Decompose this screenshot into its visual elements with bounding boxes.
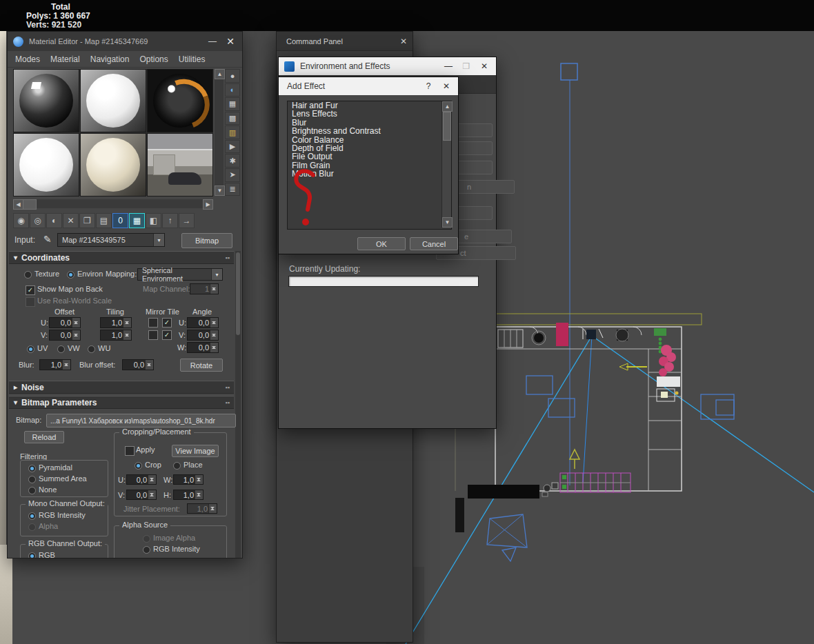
u-angle-field[interactable]: 0,0 <box>187 317 219 328</box>
use-real-world-scale-checkbox[interactable] <box>26 297 35 307</box>
sample-type-sphere-icon[interactable]: ● <box>225 69 240 83</box>
sample-slot[interactable] <box>80 133 146 197</box>
environment-minimize-button[interactable]: — <box>439 59 457 73</box>
mapping-dropdown[interactable]: Spherical Environment ▾ <box>137 268 223 281</box>
alpha-rgb-intensity-radio[interactable] <box>143 546 150 554</box>
rgb-radio[interactable] <box>28 552 36 559</box>
go-to-parent-icon[interactable]: ↑ <box>162 213 178 228</box>
get-material-icon[interactable]: ◉ <box>13 213 29 228</box>
sample-uv-tiling-icon[interactable]: ▩ <box>225 112 240 125</box>
rollout-pin-icon[interactable]: ▪▪ <box>226 384 230 391</box>
command-panel-close-button[interactable]: ✕ <box>395 34 413 48</box>
scroll-thumb[interactable] <box>236 252 240 335</box>
material-map-navigator-icon[interactable]: ≣ <box>225 183 240 197</box>
alpha-radio[interactable] <box>28 523 36 531</box>
blur-field[interactable]: 1,0 <box>39 359 71 370</box>
effect-list-item[interactable]: Lens Effects <box>288 110 451 118</box>
map-channel-field[interactable]: 1 <box>190 283 219 294</box>
sample-slot[interactable] <box>147 69 213 132</box>
none-radio[interactable] <box>28 487 36 494</box>
rollout-pin-icon[interactable]: ▪▪ <box>226 399 230 406</box>
environ-radio[interactable] <box>67 271 75 279</box>
u-tiling-field[interactable]: 1,0 <box>100 317 132 328</box>
w-angle-field[interactable]: 0,0 <box>187 342 219 353</box>
map-selector-dropdown[interactable]: Map #2145349575 ▾ <box>57 233 165 247</box>
reset-map-icon[interactable]: ✕ <box>63 213 79 228</box>
scroll-down-icon[interactable]: ▼ <box>442 217 453 228</box>
add-effect-dialog[interactable]: Add Effect ? ✕ Hair and Fur Lens Effects… <box>278 77 459 254</box>
view-image-button[interactable]: View Image <box>172 445 219 457</box>
bitmap-path-button[interactable]: ...a Funny\1 Хабаровск из\maps\autoshop_… <box>46 414 236 427</box>
bitmap-type-button[interactable]: Bitmap <box>181 233 232 248</box>
make-unique-icon[interactable]: ❐ <box>79 213 95 228</box>
go-forward-sibling-icon[interactable]: → <box>179 213 195 228</box>
v-angle-field[interactable]: 0,0 <box>187 330 219 341</box>
menu-options[interactable]: Options <box>139 54 168 64</box>
v-tiling-field[interactable]: 1,0 <box>100 330 132 341</box>
effect-list-scrollbar[interactable]: ▲ ▼ <box>441 101 451 228</box>
scroll-thumb[interactable] <box>23 199 37 210</box>
menu-material[interactable]: Material <box>50 54 80 64</box>
u-offset-field[interactable]: 0,0 <box>49 317 81 328</box>
rollout-coordinates-header[interactable]: ▾ Coordinates ▪▪ <box>9 251 234 264</box>
make-preview-icon[interactable]: ▶ <box>225 140 240 154</box>
add-effect-titlebar[interactable]: Add Effect ? ✕ <box>279 77 458 95</box>
crop-radio[interactable] <box>135 462 142 470</box>
palette-hscrollbar[interactable]: ◀ ▶ <box>13 199 213 208</box>
apply-checkbox[interactable] <box>125 446 135 456</box>
scroll-right-icon[interactable]: ▶ <box>203 199 213 210</box>
scroll-up-icon[interactable]: ▲ <box>442 101 453 112</box>
environment-close-button[interactable]: ✕ <box>475 59 493 73</box>
crop-w-field[interactable]: 1,0 <box>173 474 204 485</box>
crop-u-field[interactable]: 0,0 <box>126 474 157 485</box>
crop-v-field[interactable]: 0,0 <box>126 490 157 500</box>
material-editor-window[interactable]: Material Editor - Map #2145347669 — ✕ Mo… <box>7 31 243 559</box>
menu-modes[interactable]: Modes <box>15 54 40 64</box>
cancel-button[interactable]: Cancel <box>410 237 458 250</box>
sample-slot[interactable] <box>13 69 79 132</box>
wu-radio[interactable] <box>88 345 95 353</box>
menu-utilities[interactable]: Utilities <box>179 54 206 64</box>
put-to-scene-icon[interactable]: ◎ <box>30 213 46 228</box>
command-panel-titlebar[interactable]: Command Panel ✕ <box>277 32 413 51</box>
rollout-scrollbar[interactable] <box>235 251 241 558</box>
vw-radio[interactable] <box>57 345 65 353</box>
pyramidal-radio[interactable] <box>28 465 36 472</box>
material-editor-minimize-button[interactable]: — <box>204 34 221 48</box>
assign-to-selection-icon[interactable]: ◐ <box>46 213 62 228</box>
environment-titlebar[interactable]: Environment and Effects — ❒ ✕ <box>279 57 496 75</box>
ok-button[interactable]: OK <box>357 237 406 250</box>
sample-slot[interactable] <box>13 133 79 197</box>
material-id-icon[interactable]: 0 <box>112 213 128 228</box>
sample-slot[interactable] <box>147 133 213 197</box>
image-alpha-radio[interactable] <box>143 535 150 543</box>
show-end-result-icon[interactable]: ◧ <box>146 213 161 228</box>
summed-area-radio[interactable] <box>28 476 36 483</box>
rollout-bitmap-parameters-header[interactable]: ▾ Bitmap Parameters ▪▪ <box>9 396 234 409</box>
crop-h-field[interactable]: 1,0 <box>173 490 204 500</box>
texture-radio[interactable] <box>24 271 32 279</box>
options-icon[interactable]: ✱ <box>225 154 240 168</box>
sample-slot[interactable] <box>80 69 146 132</box>
show-map-in-viewport-icon[interactable]: ▦ <box>129 213 145 228</box>
v-mirror-checkbox[interactable] <box>148 330 158 340</box>
effect-list-item[interactable]: Brightness and Contrast <box>288 127 451 135</box>
scroll-down-icon[interactable]: ▼ <box>215 185 225 196</box>
u-tile-checkbox[interactable]: ✓ <box>162 318 172 328</box>
v-offset-field[interactable]: 0,0 <box>49 330 81 341</box>
backlight-icon[interactable]: ◐ <box>225 83 240 97</box>
rollout-noise-header[interactable]: ▸ Noise ▪▪ <box>9 381 234 394</box>
eyedropper-icon[interactable]: ✎ <box>43 234 52 245</box>
effect-list-item[interactable]: File Output <box>288 152 451 161</box>
scroll-up-icon[interactable]: ▲ <box>215 69 225 79</box>
add-effect-close-button[interactable]: ✕ <box>437 79 455 93</box>
scroll-left-icon[interactable]: ◀ <box>13 199 23 210</box>
u-mirror-checkbox[interactable] <box>148 318 158 328</box>
menu-navigation[interactable]: Navigation <box>90 54 130 64</box>
material-editor-close-button[interactable]: ✕ <box>221 34 239 48</box>
video-color-check-icon[interactable]: ▥ <box>225 125 240 139</box>
rgb-intensity-radio[interactable] <box>28 512 36 520</box>
material-editor-titlebar[interactable]: Material Editor - Map #2145347669 — ✕ <box>8 32 242 52</box>
reload-button[interactable]: Reload <box>24 431 64 443</box>
put-to-library-icon[interactable]: ▤ <box>96 213 112 228</box>
